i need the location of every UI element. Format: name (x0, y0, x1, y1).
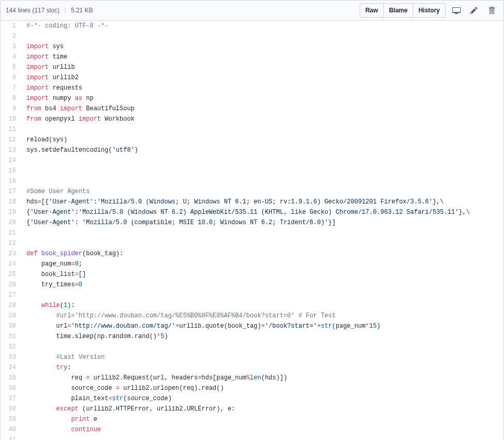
line-content: except (urllib2.HTTPError, urllib2.URLEr… (21, 404, 503, 414)
line-number[interactable]: 34 (1, 362, 21, 373)
line-content: continue (21, 424, 503, 435)
desktop-icon[interactable] (450, 4, 463, 17)
line-number[interactable]: 23 (1, 248, 21, 259)
blame-button[interactable]: Blame (383, 3, 413, 18)
line-number[interactable]: 18 (1, 197, 21, 207)
line-content: ​ (21, 435, 503, 440)
file-info: 144 lines (117 sloc) | 5.21 KB (6, 7, 93, 14)
code-line: 9from bs4 import BeautifulSoup (1, 104, 503, 114)
line-number[interactable]: 26 (1, 280, 21, 290)
line-content: {'User-Agent': 'Mozilla/5.0 (compatible;… (21, 217, 503, 228)
pencil-icon[interactable] (467, 4, 481, 17)
line-number[interactable]: 39 (1, 414, 21, 424)
line-number[interactable]: 30 (1, 321, 21, 331)
file-size: 5.21 KB (71, 7, 93, 14)
code-line: 5import urllib (1, 62, 503, 72)
code-line: 36 source_code = urllib2.urlopen(req).re… (1, 383, 503, 393)
line-number[interactable]: 29 (1, 311, 21, 321)
code-line: 20{'User-Agent': 'Mozilla/5.0 (compatibl… (1, 217, 503, 228)
code-line: 21​ (1, 228, 503, 238)
line-number[interactable]: 24 (1, 259, 21, 269)
line-number[interactable]: 25 (1, 269, 21, 280)
line-number[interactable]: 6 (1, 72, 21, 83)
code-line: 35 req = urllib2.Request(url, headers=hd… (1, 373, 503, 383)
line-number[interactable]: 11 (1, 124, 21, 135)
line-content: #url='http://www.douban.com/tag/%E5%B0%8… (21, 311, 503, 321)
code-line: 16​ (1, 176, 503, 186)
line-number[interactable]: 38 (1, 404, 21, 414)
line-number[interactable]: 9 (1, 104, 21, 114)
line-content: import sys (21, 41, 503, 52)
line-number[interactable]: 22 (1, 238, 21, 248)
line-number[interactable]: 17 (1, 186, 21, 197)
line-number[interactable]: 20 (1, 217, 21, 228)
line-number[interactable]: 21 (1, 228, 21, 238)
line-content: try: (21, 362, 503, 373)
line-content: def book_spider(book_tag): (21, 248, 503, 259)
line-content: time.sleep(np.random.rand()*5) (21, 331, 503, 342)
line-number[interactable]: 41 (1, 435, 21, 440)
line-number[interactable]: 35 (1, 373, 21, 383)
code-line: 38 except (urllib2.HTTPError, urllib2.UR… (1, 404, 503, 414)
line-number[interactable]: 19 (1, 207, 21, 217)
code-line: 19{'User-Agent':'Mozilla/5.0 (Windows NT… (1, 207, 503, 217)
line-content: hds=[{'User-Agent':'Mozilla/5.0 (Windows… (21, 197, 503, 207)
line-number[interactable]: 15 (1, 166, 21, 176)
line-content: import numpy as np (21, 93, 503, 104)
code-line: 28 while(1): (1, 300, 503, 311)
line-content: url='http://www.douban.com/tag/'+urllib.… (21, 321, 503, 331)
line-content: #-*- coding: UTF-8 -*- (21, 21, 503, 31)
line-number[interactable]: 7 (1, 83, 21, 93)
line-content: book_list=[] (21, 269, 503, 280)
file-actions: Raw Blame History (360, 3, 498, 18)
line-content: import requests (21, 83, 503, 93)
line-content: reload(sys) (21, 135, 503, 145)
code-line: 33 #Last Version (1, 352, 503, 362)
code-line: 24 page_num=0; (1, 259, 503, 269)
line-number[interactable]: 14 (1, 155, 21, 166)
history-button[interactable]: History (413, 3, 446, 18)
line-number[interactable]: 12 (1, 135, 21, 145)
code-line: 1#-*- coding: UTF-8 -*- (1, 21, 503, 31)
lines-count: 144 lines (117 sloc) (6, 7, 60, 14)
trash-icon[interactable] (485, 4, 498, 17)
code-container: 1#-*- coding: UTF-8 -*-2​3import sys4imp… (0, 21, 504, 440)
code-table: 1#-*- coding: UTF-8 -*-2​3import sys4imp… (1, 21, 503, 440)
line-number[interactable]: 13 (1, 145, 21, 155)
line-number[interactable]: 31 (1, 331, 21, 342)
line-number[interactable]: 16 (1, 176, 21, 186)
line-number[interactable]: 37 (1, 393, 21, 404)
code-line: 39 print e (1, 414, 503, 424)
line-content: req = urllib2.Request(url, headers=hds[p… (21, 373, 503, 383)
line-content: #Last Version (21, 352, 503, 362)
code-line: 8import numpy as np (1, 93, 503, 104)
line-number[interactable]: 3 (1, 41, 21, 52)
line-content: ​ (21, 290, 503, 300)
code-line: 18hds=[{'User-Agent':'Mozilla/5.0 (Windo… (1, 197, 503, 207)
line-number[interactable]: 4 (1, 52, 21, 62)
line-number[interactable]: 2 (1, 31, 21, 41)
line-content: while(1): (21, 300, 503, 311)
line-number[interactable]: 1 (1, 21, 21, 31)
code-line: 27​ (1, 290, 503, 300)
line-number[interactable]: 32 (1, 342, 21, 352)
line-number[interactable]: 8 (1, 93, 21, 104)
code-line: 4import time (1, 52, 503, 62)
line-number[interactable]: 27 (1, 290, 21, 300)
raw-button[interactable]: Raw (360, 3, 384, 18)
line-number[interactable]: 36 (1, 383, 21, 393)
line-number[interactable]: 28 (1, 300, 21, 311)
line-content: import urllib2 (21, 72, 503, 83)
line-number[interactable]: 5 (1, 62, 21, 72)
line-number[interactable]: 33 (1, 352, 21, 362)
line-content: try_times=0 (21, 280, 503, 290)
line-number[interactable]: 10 (1, 114, 21, 124)
line-content: sys.setdefaultencoding('utf8') (21, 145, 503, 155)
code-line: 10from openpyxl import Workbook (1, 114, 503, 124)
line-content: ​ (21, 124, 503, 135)
line-number[interactable]: 40 (1, 424, 21, 435)
line-content: ​ (21, 176, 503, 186)
code-line: 34 try: (1, 362, 503, 373)
line-content: import time (21, 52, 503, 62)
line-content: source_code = urllib2.urlopen(req).read(… (21, 383, 503, 393)
